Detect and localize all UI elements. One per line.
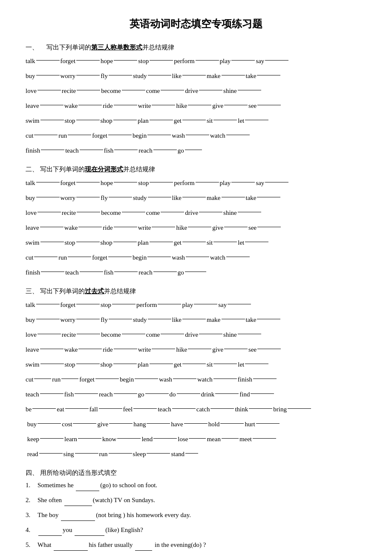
section-3-highlight: 过去式 — [85, 288, 104, 295]
word-cell: love — [26, 328, 62, 342]
word-row: buy worry fly study like make take — [26, 313, 366, 327]
word-cell: fly — [101, 313, 133, 327]
word-row: teach fish reach go do drink find — [26, 387, 366, 402]
word-cell: reach — [138, 144, 177, 158]
word-cell: get — [174, 236, 207, 250]
word-cell: finish — [238, 373, 277, 387]
word-cell: have — [171, 417, 208, 431]
word-cell: hike — [176, 343, 212, 357]
section-1-suffix: 并总结规律 — [142, 44, 174, 51]
word-cell: wake — [64, 343, 103, 357]
word-cell: worry — [61, 313, 101, 327]
word-cell: catch — [196, 402, 235, 416]
word-cell: wash — [159, 373, 197, 387]
answer-blank[interactable] — [38, 529, 62, 536]
section-3-label: 写出下列单词的 — [40, 288, 85, 295]
word-cell: go — [178, 266, 207, 280]
word-row: leave wake ride write hike give see — [26, 221, 366, 235]
answer-blank[interactable] — [54, 544, 88, 551]
word-cell: give — [97, 417, 133, 431]
word-cell: ride — [103, 221, 138, 235]
word-cell: let — [238, 114, 269, 128]
word-cell: do — [170, 387, 201, 402]
item-content: Sometimes he (go) to school on foot. — [37, 480, 366, 491]
word-cell: run — [58, 129, 92, 143]
word-cell: shop — [101, 236, 138, 250]
word-cell: teach — [26, 387, 64, 402]
word-cell: shine — [223, 328, 262, 342]
word-cell: drive — [185, 328, 223, 342]
section-2-title: 二、 写出下列单词的现在分词形式并总结规律 — [26, 165, 366, 173]
word-row: keep learn know lend lose mean meet — [26, 432, 366, 446]
list-item: 2. She often (watch) TV on Sundays. — [26, 494, 366, 506]
word-cell: stand — [171, 447, 199, 461]
word-cell: stop — [138, 54, 174, 68]
word-cell: be — [26, 402, 57, 416]
word-cell: come — [146, 206, 185, 220]
word-cell: recite — [62, 328, 101, 342]
section-2-suffix: 并总结规律 — [123, 166, 155, 173]
item-num: 5. — [26, 539, 37, 551]
word-cell: teach — [65, 266, 104, 280]
word-cell: make — [207, 313, 245, 327]
answer-blank[interactable] — [61, 515, 95, 521]
list-item: 4. you (like) English? — [26, 524, 366, 536]
word-cell: buy — [26, 313, 61, 327]
word-cell: begin — [120, 373, 159, 387]
item-num: 1. — [26, 480, 37, 491]
section-3-prefix: 三、 — [26, 288, 38, 295]
word-row: buy worry fly study like make take — [26, 191, 366, 205]
word-cell: perform — [174, 54, 219, 68]
section-4: 四、 用所给动词的适当形式填空 1. Sometimes he (go) to … — [26, 469, 366, 555]
answer-blank[interactable] — [76, 485, 99, 491]
word-cell: say — [218, 298, 252, 312]
word-cell: finish — [26, 144, 65, 158]
word-cell: hike — [176, 99, 212, 113]
word-cell: leave — [26, 221, 64, 235]
section-4-prefix: 四、 — [26, 469, 38, 476]
word-cell: take — [246, 191, 282, 205]
word-cell: sit — [207, 114, 238, 128]
word-cell: write — [138, 99, 176, 113]
word-cell: let — [238, 358, 269, 372]
word-cell: perform — [136, 298, 182, 312]
word-row: read sing run sleep stand — [26, 447, 366, 461]
word-cell: drink — [201, 387, 240, 402]
word-cell: hope — [101, 176, 138, 190]
list-item: 1. Sometimes he (go) to school on foot. — [26, 480, 366, 491]
word-cell: hold — [208, 417, 245, 431]
word-cell: make — [207, 191, 245, 205]
word-cell: talk — [26, 298, 61, 312]
word-cell: forget — [92, 129, 133, 143]
word-cell: write — [138, 343, 176, 357]
word-cell: find — [239, 387, 275, 402]
word-cell: like — [172, 191, 207, 205]
word-cell: see — [248, 343, 282, 357]
word-cell: stop — [65, 114, 101, 128]
word-cell: go — [178, 144, 203, 158]
word-cell: like — [172, 313, 207, 327]
word-cell: watch — [210, 251, 251, 265]
word-row: talk forget stop perform play say — [26, 298, 366, 312]
answer-blank[interactable] — [64, 500, 92, 506]
word-cell: worry — [61, 191, 101, 205]
word-cell: mean — [207, 432, 239, 446]
section-1-highlight: 第三人称单数形式 — [91, 44, 142, 51]
answer-blank[interactable] — [75, 529, 104, 536]
word-cell: teach — [65, 144, 104, 158]
word-cell: cut — [26, 251, 58, 265]
word-row: love recite become come drive shine — [26, 328, 366, 342]
section-2-label: 写出下列单词的 — [40, 166, 85, 173]
word-cell: leave — [26, 343, 64, 357]
word-cell: watch — [197, 373, 238, 387]
word-cell: know — [102, 432, 141, 446]
word-row: finish teach fish reach go — [26, 266, 366, 280]
word-row: finish teach fish reach go — [26, 144, 366, 158]
section-1-title: 一、 写出下列单词的第三人称单数形式并总结规律 — [26, 43, 366, 52]
word-cell: play — [220, 54, 256, 68]
word-cell: watch — [210, 129, 251, 143]
word-cell: talk — [26, 176, 61, 190]
word-cell: sleep — [133, 447, 171, 461]
exercise-list: 1. Sometimes he (go) to school on foot. … — [26, 480, 366, 555]
answer-blank[interactable] — [135, 544, 152, 551]
